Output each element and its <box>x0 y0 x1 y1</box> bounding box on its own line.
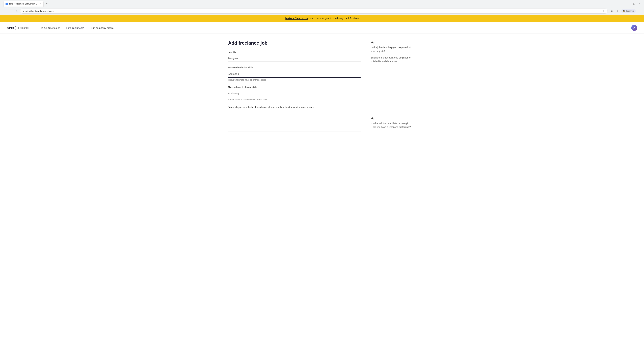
job-title-group: Job title* <box>228 51 360 61</box>
restore-button[interactable]: ❐ <box>632 1 636 6</box>
browser-titlebar: Hire Top Remote Software Dev… × + — ❐ ✕ <box>0 0 644 7</box>
tab-title: Hire Top Remote Software Dev… <box>9 3 38 5</box>
tab-favicon <box>6 3 8 5</box>
browser-chrome: Hire Top Remote Software Dev… × + — ❐ ✕ … <box>0 0 644 15</box>
nice-skills-hint: Prefer talent to have some of these skil… <box>228 98 360 101</box>
referral-banner: [Refer a friend to Arc] $500 cash for yo… <box>0 15 644 22</box>
app: [Refer a friend to Arc] $500 cash for yo… <box>0 15 644 357</box>
menu-icon[interactable]: ⋮ <box>637 9 642 13</box>
incognito-badge[interactable]: 🕵 Incognito <box>621 9 636 13</box>
required-skills-hint: Require talent to have all of these skil… <box>228 79 360 81</box>
tip-section: Tip: Add a job title to help you keep tr… <box>371 40 414 136</box>
form-section: Add freelance job Job title* Required te… <box>228 40 360 136</box>
required-skills-input-container[interactable] <box>228 70 360 78</box>
tip-box-2: Tip: What will the candidate be doing? D… <box>371 117 414 129</box>
user-avatar[interactable]: A <box>631 25 637 31</box>
logo-label: Freelance <box>18 26 28 29</box>
tip-2-list: What will the candidate be doing? Do you… <box>371 121 414 129</box>
required-skills-group: Required technical skills* Require talen… <box>228 66 360 81</box>
nav-links: Hire full-time talent Hire freelancers E… <box>38 26 631 29</box>
address-bar-row: ← → ↻ arc.dev/dashboard/requests/new ☆ ⧉… <box>0 7 644 14</box>
star-icon[interactable]: ☆ <box>602 10 605 12</box>
back-button[interactable]: ← <box>2 9 7 13</box>
incognito-icon: 🕵 <box>623 10 626 12</box>
nav-link-edit-profile[interactable]: Edit company profile <box>91 26 114 29</box>
new-tab-button[interactable]: + <box>44 1 49 6</box>
main-nav: arc() Freelance Hire full-time talent Hi… <box>0 22 644 34</box>
tab-bar: Hire Top Remote Software Dev… × + <box>2 1 50 6</box>
window-controls: — ❐ ✕ <box>626 1 642 6</box>
extensions-icon[interactable]: ⧉ <box>609 9 614 13</box>
job-title-required: * <box>236 51 237 54</box>
nice-skills-group: Nice-to-have technical skills Prefer tal… <box>228 86 360 101</box>
main-content: Add freelance job Job title* Required te… <box>221 34 422 143</box>
work-description-input[interactable] <box>228 112 360 132</box>
address-text: arc.dev/dashboard/requests/new <box>23 10 601 12</box>
close-button[interactable]: ✕ <box>637 1 642 6</box>
nice-skills-input-container[interactable] <box>228 90 360 97</box>
nice-skills-label: Nice-to-have technical skills <box>228 86 360 88</box>
browser-action-icons: ⧉ ↓ 🕵 Incognito ⋮ <box>609 9 642 13</box>
tip-2-item-1: What will the candidate be doing? <box>371 121 414 125</box>
tip-2-item-2: Do you have a timezone preference? <box>371 125 414 129</box>
tip-1-title: Tip: <box>371 41 414 44</box>
referral-link[interactable]: [Refer a friend to Arc] <box>286 17 310 20</box>
required-skills-input[interactable] <box>228 72 360 75</box>
tip-2-title: Tip: <box>371 117 414 120</box>
tip-1-text: Add a job title to help you keep track o… <box>371 45 414 53</box>
address-bar-icons: ☆ <box>602 10 605 12</box>
address-bar[interactable]: arc.dev/dashboard/requests/new ☆ <box>20 8 608 13</box>
required-skills-required: * <box>254 66 254 69</box>
work-description-group: To match you with the best candidate, pl… <box>228 105 360 132</box>
job-title-input[interactable] <box>228 55 360 61</box>
download-icon[interactable]: ↓ <box>615 9 620 13</box>
page-title: Add freelance job <box>228 40 360 46</box>
nav-logo[interactable]: arc() Freelance <box>7 26 28 30</box>
refresh-button[interactable]: ↻ <box>14 9 19 13</box>
minimize-button[interactable]: — <box>626 1 631 6</box>
tip-1-example: Example: Senior back-end engineer to bui… <box>371 56 414 63</box>
work-description-label: To match you with the best candidate, pl… <box>228 105 360 109</box>
logo-mark: arc() <box>7 26 17 30</box>
banner-text: $500 cash for you, $1000 hiring credit f… <box>310 17 358 20</box>
nav-link-hire-freelancers[interactable]: Hire freelancers <box>66 26 84 29</box>
incognito-label: Incognito <box>626 10 634 12</box>
browser-tab[interactable]: Hire Top Remote Software Dev… × <box>3 1 44 6</box>
tab-close-button[interactable]: × <box>39 2 42 5</box>
nice-skills-input[interactable] <box>228 92 360 95</box>
tip-box-1: Tip: Add a job title to help you keep tr… <box>371 41 414 63</box>
nav-link-hire-fulltime[interactable]: Hire full-time talent <box>38 26 60 29</box>
job-title-label: Job title* <box>228 51 360 54</box>
forward-button[interactable]: → <box>8 9 13 13</box>
required-skills-label: Required technical skills* <box>228 66 360 69</box>
